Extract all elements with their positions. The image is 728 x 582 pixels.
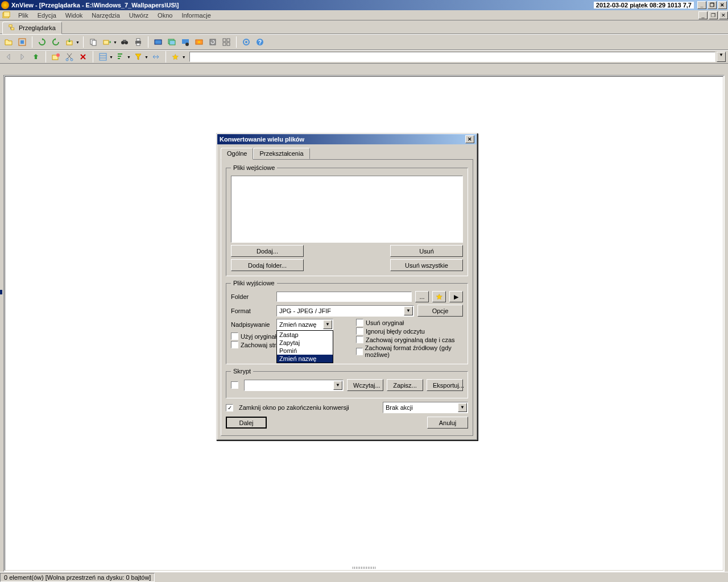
folder-tree-icon: [9, 24, 16, 32]
dropdown-item-zastap[interactable]: Zastąp: [277, 331, 333, 339]
svg-point-33: [56, 53, 60, 57]
maximize-button[interactable]: ❐: [708, 1, 717, 9]
slideshow-icon[interactable]: [166, 36, 178, 48]
splitter-grip[interactable]: [353, 567, 375, 569]
filter-icon[interactable]: [132, 51, 144, 63]
status-bar: 0 element(ów) [Wolna przestrzeń na dysku…: [0, 572, 728, 582]
minimize-button[interactable]: _: [697, 1, 706, 9]
script-export-button[interactable]: Eksportuj...: [427, 379, 463, 391]
dropdown-item-zmien-nazwe[interactable]: Zmień nazwę: [277, 355, 333, 363]
help-icon[interactable]: ?: [254, 36, 266, 48]
overwrite-select[interactable]: Zmień nazwę ▼: [276, 319, 333, 330]
fit-window-icon[interactable]: [16, 36, 28, 48]
menu-plik[interactable]: Plik: [14, 11, 33, 20]
dropdown-item-pomin[interactable]: Pomiń: [277, 347, 333, 355]
gear-icon[interactable]: [240, 36, 253, 48]
add-button[interactable]: Dodaj...: [231, 245, 304, 257]
format-select[interactable]: JPG - JPEG / JFIF ▼: [276, 305, 414, 317]
svg-rect-12: [123, 40, 126, 41]
dropdown-item-zapytaj[interactable]: Zapytaj: [277, 339, 333, 347]
sort-icon[interactable]: [114, 51, 127, 63]
address-dropdown-button[interactable]: ▼: [717, 52, 726, 62]
svg-rect-16: [155, 40, 162, 44]
cut-icon[interactable]: [63, 51, 76, 63]
dialog-titlebar: Konwertowanie wielu plików ✕: [217, 134, 477, 144]
delete-icon[interactable]: [77, 51, 89, 63]
svg-point-22: [198, 41, 200, 43]
favorite-folder-button[interactable]: ★: [432, 291, 446, 302]
view-mode-icon[interactable]: [97, 51, 109, 63]
menu-informacje[interactable]: Informacje: [177, 11, 215, 20]
chevron-down-icon: ▼: [323, 320, 332, 329]
scanner-icon[interactable]: [152, 36, 164, 48]
script-save-button[interactable]: Zapisz...: [387, 379, 423, 391]
folder-input[interactable]: [276, 292, 412, 302]
overwrite-label: Nadpisywanie: [231, 321, 273, 328]
script-load-button[interactable]: Wczytaj...: [347, 379, 383, 391]
go-button[interactable]: Dalej: [226, 417, 267, 429]
delete-original-checkbox[interactable]: Usuń oryginał: [356, 319, 463, 326]
close-after-label: Zamknij okno po zakończeniu konwersji: [239, 404, 379, 411]
main-toolbar: ▼ ▼ ?: [0, 34, 728, 50]
remove-all-button[interactable]: Usuń wszystkie: [390, 259, 463, 271]
svg-rect-1: [4, 11, 10, 16]
svg-point-29: [245, 41, 247, 43]
menu-widok[interactable]: Widok: [61, 11, 88, 20]
mdi-child-icon: [2, 11, 10, 19]
compare-icon[interactable]: [150, 51, 162, 63]
mdi-minimize-button[interactable]: _: [698, 11, 708, 19]
address-input[interactable]: [189, 52, 715, 62]
tab-przegladarka[interactable]: Przeglądarka: [2, 22, 62, 34]
keep-format-checkbox[interactable]: Zachowaj format źródłowy (gdy możliwe): [356, 344, 463, 358]
up-icon[interactable]: [30, 51, 42, 63]
import-icon[interactable]: [63, 36, 76, 48]
print-icon[interactable]: [132, 36, 144, 48]
open-icon[interactable]: [2, 36, 15, 48]
mdi-restore-button[interactable]: ❐: [709, 11, 718, 19]
cancel-button[interactable]: Anuluj: [427, 417, 468, 429]
close-after-checkbox[interactable]: ✓: [226, 404, 233, 411]
remove-button[interactable]: Usuń: [390, 245, 463, 257]
keep-date-checkbox[interactable]: Zachowaj oryginalną datę i czas: [356, 336, 463, 343]
file-list[interactable]: [231, 176, 463, 243]
svg-rect-5: [20, 40, 24, 44]
binoculars-icon[interactable]: [118, 36, 131, 48]
menu-narzedzia[interactable]: Narzędzia: [87, 11, 125, 20]
capture-icon[interactable]: [179, 36, 192, 48]
menu-edycja[interactable]: Edycja: [33, 11, 61, 20]
forward-icon[interactable]: [16, 51, 28, 63]
close-button[interactable]: ✕: [718, 1, 727, 9]
tab-ogolne[interactable]: Ogólne: [221, 148, 253, 160]
menu-utworz[interactable]: Utwórz: [125, 11, 153, 20]
after-action-select[interactable]: Brak akcji ▼: [383, 402, 468, 413]
script-select[interactable]: ▼: [244, 380, 344, 391]
dialog-close-button[interactable]: ✕: [465, 135, 474, 143]
add-folder-button[interactable]: Dodaj folder...: [231, 259, 304, 271]
left-panel-handle[interactable]: [0, 290, 2, 294]
refresh-ccw-icon[interactable]: [49, 36, 62, 48]
tab-przeksztalcenia[interactable]: Przekształcenia: [253, 148, 309, 159]
refresh-cw-icon[interactable]: [36, 36, 48, 48]
convert-icon[interactable]: [193, 36, 205, 48]
overwrite-value: Zmień nazwę: [279, 321, 316, 328]
script-enable-checkbox[interactable]: [231, 381, 238, 389]
output-files-legend: Pliki wyjściowe: [231, 280, 277, 286]
svg-rect-27: [227, 43, 230, 45]
favorite-icon[interactable]: ★: [169, 51, 182, 63]
status-text: 0 element(ów) [Wolna przestrzeń na dysku…: [0, 573, 155, 582]
format-label: Format: [231, 307, 273, 314]
back-icon[interactable]: [2, 51, 15, 63]
browse-button[interactable]: ...: [415, 291, 429, 302]
ignore-errors-checkbox[interactable]: Ignoruj błędy odczytu: [356, 327, 463, 335]
format-options-button[interactable]: Opcje: [417, 305, 463, 317]
svg-rect-24: [223, 39, 226, 41]
new-folder-icon[interactable]: [49, 51, 62, 63]
copy-icon[interactable]: [87, 36, 100, 48]
grid-icon[interactable]: [220, 36, 233, 48]
jpeg-rotate-icon[interactable]: [206, 36, 219, 48]
next-folder-button[interactable]: ▶: [449, 291, 463, 302]
mdi-close-button[interactable]: ✕: [719, 11, 728, 19]
folder-label: Folder: [231, 293, 273, 300]
menu-okno[interactable]: Okno: [153, 11, 177, 20]
move-to-icon[interactable]: [101, 36, 113, 48]
